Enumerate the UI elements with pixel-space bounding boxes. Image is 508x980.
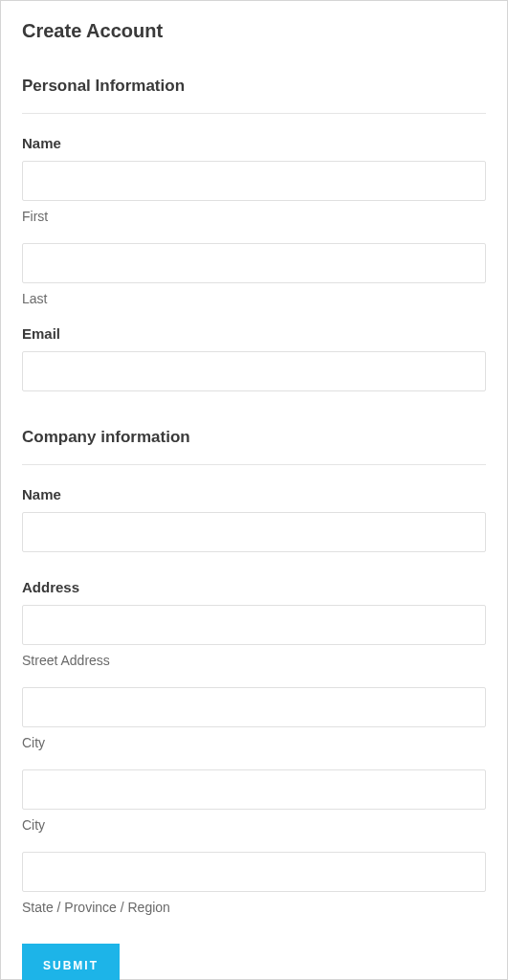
submit-button[interactable]: SUBMIT <box>22 944 120 980</box>
email-input[interactable] <box>22 351 486 391</box>
page-title: Create Account <box>22 20 486 42</box>
divider-company <box>22 464 486 465</box>
address-label: Address <box>22 579 486 595</box>
first-name-input[interactable] <box>22 161 486 201</box>
city2-sublabel: City <box>22 817 486 833</box>
last-name-input[interactable] <box>22 243 486 283</box>
last-name-sublabel: Last <box>22 291 486 306</box>
region-sublabel: State / Province / Region <box>22 900 486 915</box>
city1-input[interactable] <box>22 687 486 727</box>
field-group-address: Address Street Address City City State /… <box>22 579 486 915</box>
form-container: Create Account Personal Information Name… <box>0 0 508 980</box>
company-name-label: Name <box>22 486 486 502</box>
region-input[interactable] <box>22 852 486 892</box>
name-label: Name <box>22 135 486 151</box>
field-group-company-name: Name <box>22 486 486 560</box>
section-title-company: Company information <box>22 428 486 447</box>
email-label: Email <box>22 325 486 342</box>
city1-sublabel: City <box>22 735 486 750</box>
section-title-personal: Personal Information <box>22 77 486 96</box>
first-name-sublabel: First <box>22 209 486 224</box>
street-address-input[interactable] <box>22 605 486 645</box>
field-group-email: Email <box>22 325 486 399</box>
field-group-name: Name First Last <box>22 135 486 306</box>
city2-input[interactable] <box>22 769 486 810</box>
street-address-sublabel: Street Address <box>22 653 486 668</box>
company-name-input[interactable] <box>22 512 486 552</box>
divider-personal <box>22 113 486 114</box>
